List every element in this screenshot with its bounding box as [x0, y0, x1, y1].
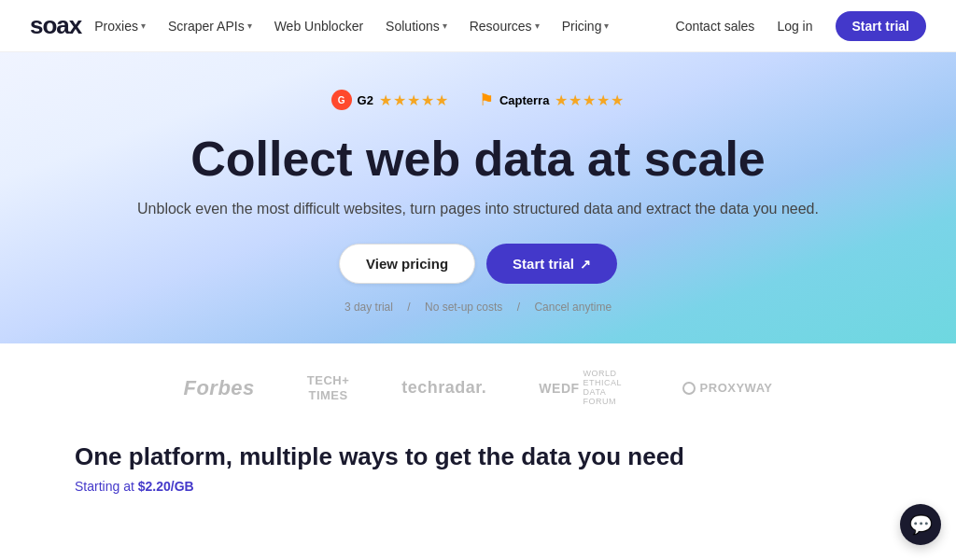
start-trial-nav-button[interactable]: Start trial: [836, 11, 926, 41]
nav-item-pricing[interactable]: Pricing ▾: [553, 13, 619, 39]
chevron-down-icon: ▾: [535, 21, 540, 31]
hero-subtitle: Unblock even the most difficult websites…: [0, 201, 956, 217]
navbar: soax Proxies ▾ Scraper APIs ▾ Web Unbloc…: [0, 0, 956, 52]
logo-techradar: techradar.: [401, 378, 486, 398]
ratings-row: G G2 ★★★★★ ⚑ Capterra ★★★★★: [0, 90, 956, 110]
logo-wedf: WEDF WORLD ETHICAL DATA FORUM: [539, 370, 629, 407]
capterra-icon: ⚑: [479, 90, 494, 110]
nav-item-scraper-apis[interactable]: Scraper APIs ▾: [159, 13, 261, 39]
start-trial-hero-button[interactable]: Start trial ↗: [486, 244, 617, 284]
capterra-label: Capterra: [499, 93, 549, 107]
hero-title: Collect web data at scale: [0, 133, 956, 186]
g2-label: G2: [358, 93, 373, 107]
chevron-down-icon: ▾: [247, 21, 252, 31]
arrow-icon: ↗: [580, 257, 591, 272]
login-button[interactable]: Log in: [766, 13, 823, 39]
hero-footnote: 3 day trial / No set-up costs / Cancel a…: [0, 301, 956, 314]
hero-section: G G2 ★★★★★ ⚑ Capterra ★★★★★ Collect web …: [0, 52, 956, 343]
capterra-rating: ⚑ Capterra ★★★★★: [479, 90, 625, 110]
view-pricing-button[interactable]: View pricing: [339, 244, 475, 284]
nav-item-web-unblocker[interactable]: Web Unblocker: [265, 13, 373, 39]
bottom-section: One platform, multiple ways to get the d…: [0, 424, 956, 494]
logo-forbes: Forbes: [183, 376, 254, 400]
logos-section: Forbes TECH+TIMES techradar. WEDF WORLD …: [0, 343, 956, 424]
capterra-stars: ★★★★★: [555, 91, 625, 109]
g2-badge: G: [331, 90, 352, 110]
nav-left: soax Proxies ▾ Scraper APIs ▾ Web Unbloc…: [30, 11, 618, 40]
logo-tech-times: TECH+TIMES: [307, 373, 349, 402]
platform-title: One platform, multiple ways to get the d…: [75, 442, 881, 471]
logo-proxyway: PROXYWAY: [682, 381, 773, 395]
chat-icon: 💬: [909, 513, 933, 536]
g2-rating: G G2 ★★★★★: [331, 90, 449, 110]
logo[interactable]: soax: [30, 11, 81, 40]
chat-widget-button[interactable]: 💬: [900, 504, 941, 545]
nav-item-proxies[interactable]: Proxies ▾: [85, 13, 155, 39]
starting-price-label: Starting at $2.20/GB: [75, 479, 881, 494]
chevron-down-icon: ▾: [443, 21, 447, 31]
chevron-down-icon: ▾: [604, 21, 609, 31]
contact-sales-link[interactable]: Contact sales: [676, 19, 755, 34]
nav-item-resources[interactable]: Resources ▾: [460, 13, 549, 39]
nav-right: Contact sales Log in Start trial: [676, 11, 926, 41]
g2-stars: ★★★★★: [379, 91, 449, 109]
proxyway-icon: [682, 382, 696, 395]
hero-buttons: View pricing Start trial ↗: [0, 244, 956, 284]
chevron-down-icon: ▾: [141, 21, 146, 31]
nav-item-solutions[interactable]: Solutions ▾: [376, 13, 457, 39]
